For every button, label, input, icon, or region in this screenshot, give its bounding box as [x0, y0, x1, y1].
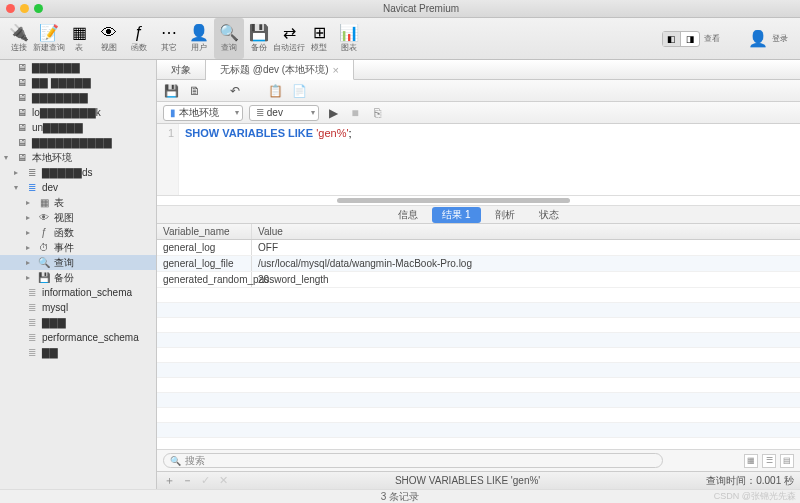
view-toggle[interactable]: ◧◨	[662, 31, 700, 47]
copy-icon[interactable]: 📋	[267, 83, 283, 99]
sidebar-database[interactable]: ▸≣▇▇▇▇▇ds	[0, 165, 156, 180]
tab[interactable]: 无标题 @dev (本地环境)×	[206, 60, 354, 80]
toolbar-icon: 👁	[101, 25, 117, 41]
toolbar-用户[interactable]: 👤用户	[184, 18, 214, 59]
sidebar-database[interactable]: ≣mysql	[0, 300, 156, 315]
sidebar-object-视图[interactable]: ▸👁视图	[0, 210, 156, 225]
sidebar-connection[interactable]: 🖥▇▇▇▇▇▇▇▇▇▇	[0, 135, 156, 150]
toolbar-新建查询[interactable]: 📝新建查询	[34, 18, 64, 59]
explain-icon[interactable]: ⎘	[369, 105, 385, 121]
result-tabs: 信息结果 1剖析状态	[157, 206, 800, 224]
toolbar-icon: ƒ	[135, 25, 144, 41]
commit-icon[interactable]: ✓	[199, 474, 211, 487]
toolbar-icon: 📝	[39, 25, 59, 41]
toolbar-连接[interactable]: 🔌连接	[4, 18, 34, 59]
toolbar-icon: 📊	[339, 25, 359, 41]
main-toolbar: 🔌连接📝新建查询▦表👁视图ƒ函数⋯其它👤用户🔍查询💾备份⇄自动运行⊞模型📊图表◧…	[0, 18, 800, 60]
sidebar-connection[interactable]: ▾🖥本地环境	[0, 150, 156, 165]
sidebar-database[interactable]: ≣▇▇	[0, 345, 156, 360]
toolbar-icon: ▦	[72, 25, 87, 41]
table-row[interactable]: general_logOFF	[157, 240, 800, 256]
editor-tabs: 对象无标题 @dev (本地环境)×	[157, 60, 800, 80]
sidebar-object-表[interactable]: ▸▦表	[0, 195, 156, 210]
editor-iconbar: 💾 🗎 ↶ 📋 📄	[157, 80, 800, 102]
add-row-icon[interactable]: ＋	[163, 473, 175, 488]
cancel-icon[interactable]: ✕	[217, 474, 229, 487]
timing-label: 查询时间：0.001 秒	[706, 474, 794, 488]
result-tab-信息[interactable]: 信息	[388, 207, 428, 223]
toolbar-其它[interactable]: ⋯其它	[154, 18, 184, 59]
chart-view-icon[interactable]: ▤	[780, 454, 794, 468]
col-value[interactable]: Value	[252, 224, 800, 239]
close-icon[interactable]	[6, 4, 15, 13]
sidebar-object-备份[interactable]: ▸💾备份	[0, 270, 156, 285]
toolbar-查询[interactable]: 🔍查询	[214, 18, 244, 59]
tab[interactable]: 对象	[157, 60, 206, 79]
toolbar-视图[interactable]: 👁视图	[94, 18, 124, 59]
sidebar-object-事件[interactable]: ▸⏱事件	[0, 240, 156, 255]
record-count-bar: 3 条记录 CSDN @张锦光先森	[0, 489, 800, 503]
table-row[interactable]: general_log_file/usr/local/mysql/data/wa…	[157, 256, 800, 272]
toolbar-图表[interactable]: 📊图表	[334, 18, 364, 59]
result-tab-剖析[interactable]: 剖析	[485, 207, 525, 223]
undo-icon[interactable]: ↶	[227, 83, 243, 99]
sidebar-connection[interactable]: 🖥un▇▇▇▇▇	[0, 120, 156, 135]
editor-scrollbar[interactable]	[157, 196, 800, 206]
paste-icon[interactable]: 📄	[291, 83, 307, 99]
grid-view-icon[interactable]: ▦	[744, 454, 758, 468]
toolbar-icon: 🔌	[9, 25, 29, 41]
content-panel: 对象无标题 @dev (本地环境)× 💾 🗎 ↶ 📋 📄 ▮ 本地环境 ≣ de…	[157, 60, 800, 489]
toolbar-函数[interactable]: ƒ函数	[124, 18, 154, 59]
line-gutter: 1	[157, 124, 179, 195]
toolbar-icon: 🔍	[219, 25, 239, 41]
col-variable-name[interactable]: Variable_name	[157, 224, 252, 239]
search-input[interactable]: 搜索	[163, 453, 663, 468]
sidebar-database[interactable]: ▾≣dev	[0, 180, 156, 195]
toolbar-icon: 👤	[189, 25, 209, 41]
save-as-icon[interactable]: 🗎	[187, 83, 203, 99]
save-icon[interactable]: 💾	[163, 83, 179, 99]
window-title: Navicat Premium	[48, 3, 794, 14]
database-select[interactable]: ≣ dev	[249, 105, 319, 121]
sidebar-connection[interactable]: 🖥▇▇ ▇▇▇▇▇	[0, 75, 156, 90]
sidebar-database[interactable]: ≣▇▇▇	[0, 315, 156, 330]
context-bar: ▮ 本地环境 ≣ dev ▶ ■ ⎘	[157, 102, 800, 124]
toolbar-表[interactable]: ▦表	[64, 18, 94, 59]
sidebar-database[interactable]: ≣information_schema	[0, 285, 156, 300]
sql-editor[interactable]: 1 SHOW VARIABLES LIKE 'gen%';	[157, 124, 800, 196]
sidebar-connection[interactable]: 🖥▇▇▇▇▇▇	[0, 60, 156, 75]
delete-row-icon[interactable]: －	[181, 473, 193, 488]
toolbar-模型[interactable]: ⊞模型	[304, 18, 334, 59]
toolbar-icon: 💾	[249, 25, 269, 41]
form-view-icon[interactable]: ☰	[762, 454, 776, 468]
run-icon[interactable]: ▶	[325, 105, 341, 121]
toolbar-icon: ⋯	[161, 25, 177, 41]
stop-icon[interactable]: ■	[347, 105, 363, 121]
sidebar-connection[interactable]: 🖥lo▇▇▇▇▇▇▇k	[0, 105, 156, 120]
sql-code[interactable]: SHOW VARIABLES LIKE 'gen%';	[179, 124, 800, 195]
connection-sidebar: 🖥▇▇▇▇▇▇🖥▇▇ ▇▇▇▇▇🖥▇▇▇▇▇▇▇🖥lo▇▇▇▇▇▇▇k🖥un▇▇…	[0, 60, 157, 489]
sidebar-object-函数[interactable]: ▸ƒ函数	[0, 225, 156, 240]
watermark: CSDN @张锦光先森	[714, 490, 796, 503]
record-count: 3 条记录	[381, 490, 419, 504]
result-tab-状态[interactable]: 状态	[529, 207, 569, 223]
sidebar-object-查询[interactable]: ▸🔍查询	[0, 255, 156, 270]
user-icon[interactable]: 👤	[748, 31, 768, 47]
result-tab-结果 1[interactable]: 结果 1	[432, 207, 480, 223]
sql-echo: SHOW VARIABLES LIKE 'gen%'	[229, 475, 706, 486]
connection-select[interactable]: ▮ 本地环境	[163, 105, 243, 121]
minimize-icon[interactable]	[20, 4, 29, 13]
sidebar-connection[interactable]: 🖥▇▇▇▇▇▇▇	[0, 90, 156, 105]
close-icon[interactable]: ×	[333, 64, 339, 76]
result-header: Variable_name Value	[157, 224, 800, 240]
zoom-icon[interactable]	[34, 4, 43, 13]
sidebar-database[interactable]: ≣performance_schema	[0, 330, 156, 345]
toolbar-icon: ⊞	[313, 25, 326, 41]
table-row[interactable]: generated_random_password_length20	[157, 272, 800, 288]
toolbar-自动运行[interactable]: ⇄自动运行	[274, 18, 304, 59]
titlebar: Navicat Premium	[0, 0, 800, 18]
result-searchbar: 搜索 ▦ ☰ ▤	[157, 449, 800, 471]
result-table: Variable_name Value general_logOFFgenera…	[157, 224, 800, 449]
status-bar: ＋ － ✓ ✕ SHOW VARIABLES LIKE 'gen%' 查询时间：…	[157, 471, 800, 489]
toolbar-备份[interactable]: 💾备份	[244, 18, 274, 59]
